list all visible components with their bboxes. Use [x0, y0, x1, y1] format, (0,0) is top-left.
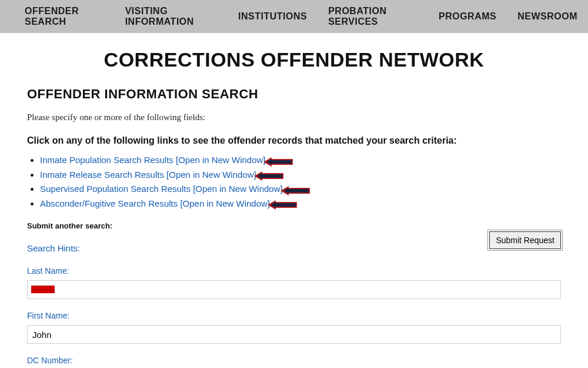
- nav-visiting-information[interactable]: VISITING INFORMATION: [115, 4, 228, 29]
- arrow-left-icon: [270, 156, 293, 166]
- list-item: Inmate Release Search Results [Open in N…: [40, 168, 561, 183]
- nav-institutions[interactable]: INSTITUTIONS: [228, 9, 318, 24]
- instruction-text: Please specify one or more of the follow…: [27, 112, 561, 122]
- submit-another-label: Submit another search:: [27, 221, 561, 230]
- nav-newsroom[interactable]: NEWSROOM: [507, 9, 588, 24]
- results-header: Click on any of the following links to s…: [27, 135, 561, 146]
- submit-request-button[interactable]: Submit Request: [489, 231, 561, 249]
- inmate-release-link[interactable]: Inmate Release Search Results [Open in N…: [40, 170, 256, 180]
- arrow-left-icon: [261, 170, 283, 180]
- first-name-group: First Name:: [27, 311, 561, 344]
- list-item: Supervised Population Search Results [Op…: [40, 182, 561, 197]
- page-title: CORRECTIONS OFFENDER NETWORK: [27, 48, 561, 71]
- last-name-label: Last Name:: [27, 266, 561, 276]
- main-content: CORRECTIONS OFFENDER NETWORK OFFENDER IN…: [0, 33, 588, 368]
- nav-probation-services[interactable]: PROBATION SERVICES: [318, 4, 428, 29]
- nav-offender-search[interactable]: OFFENDER SEARCH: [0, 4, 115, 29]
- supervised-population-link[interactable]: Supervised Population Search Results [Op…: [40, 184, 283, 194]
- top-nav: OFFENDER SEARCH VISITING INFORMATION INS…: [0, 0, 588, 33]
- dc-number-group: DC Number:: [27, 356, 561, 368]
- nav-programs[interactable]: PROGRAMS: [428, 9, 507, 24]
- list-item: Inmate Population Search Results [Open i…: [40, 153, 561, 168]
- results-list: Inmate Population Search Results [Open i…: [40, 153, 561, 211]
- dc-number-label: DC Number:: [27, 356, 561, 365]
- first-name-input[interactable]: [27, 325, 561, 344]
- inmate-population-link[interactable]: Inmate Population Search Results [Open i…: [40, 155, 266, 165]
- last-name-input[interactable]: [27, 280, 561, 299]
- arrow-left-icon: [275, 199, 297, 209]
- section-title: OFFENDER INFORMATION SEARCH: [27, 87, 561, 102]
- redaction-block: [31, 286, 55, 293]
- list-item: Absconder/Fugitive Search Results [Open …: [40, 197, 561, 211]
- absconder-fugitive-link[interactable]: Absconder/Fugitive Search Results [Open …: [40, 198, 270, 208]
- first-name-label: First Name:: [27, 311, 561, 320]
- arrow-left-icon: [288, 185, 310, 195]
- last-name-group: Last Name:: [27, 266, 561, 299]
- submit-row: Search Hints: Submit Request: [27, 243, 561, 266]
- search-hints-link[interactable]: Search Hints:: [27, 243, 80, 253]
